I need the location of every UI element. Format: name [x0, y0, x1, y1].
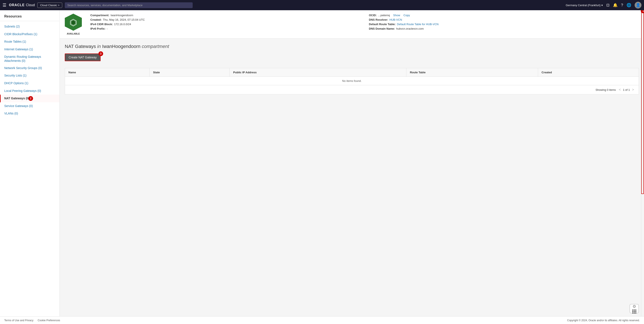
- dns-domain-value: hubvcn.oraclevcn.com: [396, 27, 424, 30]
- compartment-row: Compartment: IwanHoogendoorn: [90, 14, 360, 17]
- col-public-ip: Public IP Address: [230, 68, 406, 77]
- compartment-label: Compartment:: [90, 14, 109, 17]
- ocid-label: OCID:: [369, 14, 377, 17]
- table-footer: Showing 0 items < 1 of 1 >: [65, 85, 639, 94]
- create-nat-gateway-button[interactable]: Create NAT Gateway: [65, 54, 100, 61]
- ipv4-label: IPv4 CIDR Block:: [90, 22, 113, 26]
- cloud-wordmark: Cloud: [26, 3, 35, 7]
- vcn-hexagon-icon: [65, 14, 82, 31]
- sidebar-item-security-lists[interactable]: Security Lists (1): [0, 72, 60, 80]
- ipv6-label: IPv6 Prefix:: [90, 27, 106, 30]
- showing-count: Showing 0 items: [596, 88, 616, 92]
- col-state: State: [150, 68, 230, 77]
- sidebar-item-route-tables[interactable]: Route Tables (1): [0, 38, 60, 46]
- ocid-copy-link[interactable]: Copy: [404, 14, 410, 17]
- region-selector[interactable]: Germany Central (Frankfurt) ▾: [566, 4, 603, 7]
- vcn-header: AVAILABLE Compartment: IwanHoogendoorn O…: [60, 10, 644, 38]
- pagination: < 1 of 1 >: [618, 88, 635, 92]
- top-navigation: ☰ ORACLE Cloud Cloud Classic > Germany C…: [0, 0, 644, 10]
- col-route-table: Route Table: [406, 68, 538, 77]
- sidebar-item-nat-gateways[interactable]: NAT Gateways (0) 2: [0, 95, 60, 102]
- vcn-svg-icon: [69, 18, 78, 26]
- vcn-icon-area: AVAILABLE: [65, 14, 82, 35]
- ipv4-value: 172.16.0.0/24: [114, 22, 131, 26]
- ipv6-value: -: [107, 27, 108, 30]
- user-icon: 👤: [636, 3, 640, 8]
- scroll-thumb: 1: [641, 10, 644, 103]
- cloud-classic-button[interactable]: Cloud Classic >: [37, 2, 62, 8]
- dns-domain-row: DNS Domain Name: hubvcn.oraclevcn.com: [369, 27, 639, 30]
- default-route-row: Default Route Table: Default Route Table…: [369, 22, 639, 26]
- sidebar-item-dhcp[interactable]: DHCP Options (1): [0, 80, 60, 87]
- col-name: Name: [65, 68, 150, 77]
- sidebar-item-internet-gateways[interactable]: Internet Gateways (1): [0, 46, 60, 53]
- create-button-wrapper: Create NAT Gateway 3: [65, 54, 100, 64]
- search-input[interactable]: [65, 2, 193, 8]
- help-icon[interactable]: ?: [621, 3, 623, 8]
- chevron-down-icon: ▾: [602, 4, 603, 7]
- sidebar-item-drg-attachments[interactable]: Dynamic Routing Gateways Attachments (0): [0, 53, 60, 64]
- hamburger-menu[interactable]: ☰: [2, 2, 6, 8]
- compartment-value: IwanHoogendoorn: [110, 14, 133, 17]
- sidebar: Resources Subnets (2) CIDR Blocks/Prefix…: [0, 10, 60, 103]
- sidebar-title: Resources: [0, 14, 60, 21]
- content-area: AVAILABLE Compartment: IwanHoogendoorn O…: [60, 10, 644, 103]
- default-route-value[interactable]: Default Route Table for HUB-VCN: [397, 22, 438, 26]
- next-page-button[interactable]: >: [631, 88, 635, 92]
- section-title-in: in: [97, 44, 102, 49]
- section-title-compartment: compartment: [142, 44, 169, 49]
- section-title-main: NAT Gateways: [65, 44, 96, 49]
- oracle-logo: ORACLE Cloud: [9, 3, 35, 7]
- ipv4-row: IPv4 CIDR Block: 172.16.0.0/24: [90, 22, 360, 26]
- ocid-row: OCID: ...ywtemq Show Copy: [369, 14, 639, 17]
- sidebar-item-cidr[interactable]: CIDR Blocks/Prefixes (1): [0, 30, 60, 38]
- ocid-show-link[interactable]: Show: [393, 14, 400, 17]
- col-created: Created: [538, 68, 639, 77]
- dns-resolver-value[interactable]: HUB-VCN: [389, 18, 402, 21]
- nav-right-section: Germany Central (Frankfurt) ▾ ⊡ 🔔 ? 🌐 👤: [566, 2, 642, 8]
- table-empty-message: No items found.: [65, 77, 639, 85]
- scroll-indicator[interactable]: 1: [641, 10, 644, 103]
- prev-page-button[interactable]: <: [618, 88, 622, 92]
- page-indicator: 1 of 1: [623, 88, 630, 92]
- main-wrapper: Resources Subnets (2) CIDR Blocks/Prefix…: [0, 10, 644, 103]
- user-avatar[interactable]: 👤: [634, 2, 642, 8]
- vcn-status-badge: AVAILABLE: [67, 32, 80, 35]
- sidebar-item-service-gateways[interactable]: Service Gateways (0): [0, 102, 60, 103]
- created-value: Thu, May 16, 2024, 07:15:04 UTC: [103, 18, 145, 21]
- nat-section: NAT Gateways in IwanHoogendoorn compartm…: [60, 38, 644, 94]
- ocid-value: ...ywtemq: [378, 14, 390, 17]
- dns-resolver-label: DNS Resolver:: [369, 18, 388, 21]
- section-title-name: IwanHoogendoorn: [102, 44, 140, 49]
- table-body: No items found.: [65, 77, 639, 85]
- bell-icon[interactable]: 🔔: [613, 3, 618, 8]
- dns-resolver-row: DNS Resolver: HUB-VCN: [369, 18, 639, 21]
- default-route-label: Default Route Table:: [369, 22, 396, 26]
- created-row: Created: Thu, May 16, 2024, 07:15:04 UTC: [90, 18, 360, 21]
- sidebar-item-nsg[interactable]: Network Security Groups (0): [0, 64, 60, 72]
- nat-gateways-table: Name State Public IP Address Route Table…: [65, 68, 639, 85]
- vcn-details: Compartment: IwanHoogendoorn OCID: ...yw…: [90, 14, 639, 30]
- ipv6-row: IPv6 Prefix: -: [90, 27, 360, 30]
- badge-2: 2: [28, 96, 33, 101]
- created-label: Created:: [90, 18, 102, 21]
- sidebar-item-local-peering[interactable]: Local Peering Gateways (0): [0, 87, 60, 95]
- oracle-wordmark: ORACLE: [9, 3, 25, 7]
- region-label: Germany Central (Frankfurt): [566, 4, 600, 7]
- table-header: Name State Public IP Address Route Table…: [65, 68, 639, 77]
- table-empty-row: No items found.: [65, 77, 639, 85]
- table-header-row: Name State Public IP Address Route Table…: [65, 68, 639, 77]
- dns-domain-label: DNS Domain Name:: [369, 27, 395, 30]
- sidebar-item-subnets[interactable]: Subnets (2): [0, 23, 60, 30]
- section-title: NAT Gateways in IwanHoogendoorn compartm…: [65, 44, 639, 49]
- badge-3: 3: [98, 51, 103, 56]
- globe-icon[interactable]: 🌐: [626, 3, 631, 8]
- monitor-icon[interactable]: ⊡: [606, 3, 610, 8]
